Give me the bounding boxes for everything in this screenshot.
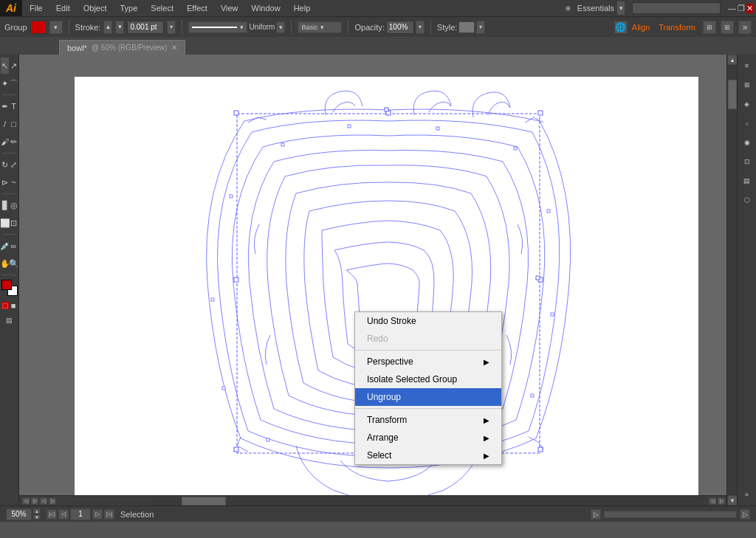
opacity-dropdown[interactable]: ▾	[416, 21, 425, 34]
scroll-down-button[interactable]: ▼	[727, 495, 737, 506]
minimize-button[interactable]: —	[728, 4, 736, 13]
panel-btn-bottom[interactable]: »	[739, 486, 755, 503]
column-graph-tool[interactable]: ▊	[1, 197, 9, 213]
symbol-tool[interactable]: ◎	[10, 197, 18, 213]
paintbrush-tool[interactable]: 🖌	[1, 134, 9, 150]
workspace-icon: ⊞	[563, 2, 574, 14]
restore-button[interactable]: ❐	[738, 4, 745, 13]
pencil-tool[interactable]: ✏	[10, 134, 18, 150]
scroll-thumb-vertical[interactable]	[728, 80, 737, 109]
blend-tool[interactable]: ∞	[10, 238, 18, 254]
zoom-arrows: ▲ ▼	[33, 508, 41, 520]
stroke-up-icon[interactable]: ▲	[103, 21, 112, 34]
panel-btn-4[interactable]: ⬦	[739, 115, 755, 131]
style-swatch[interactable]	[458, 21, 475, 33]
hscroll-thumb[interactable]	[182, 497, 226, 506]
menu-select[interactable]: Select	[145, 2, 179, 14]
status-info-button[interactable]: ▷	[591, 509, 601, 520]
zoom-up-button[interactable]: ▲	[33, 508, 41, 514]
magic-wand-tool[interactable]: ✦	[1, 75, 9, 92]
rect-tool[interactable]: □	[10, 116, 18, 132]
ctx-perspective[interactable]: Perspective ▶	[355, 353, 501, 370]
search-input[interactable]	[632, 2, 721, 14]
first-page-button[interactable]: |◁	[47, 509, 57, 520]
ctx-select[interactable]: Select ▶	[355, 446, 501, 464]
fill-style-select[interactable]: Basic ▾	[298, 21, 342, 33]
opacity-input[interactable]	[386, 21, 414, 34]
fill-swatch[interactable]	[30, 21, 47, 34]
last-page-button[interactable]: ▷|	[104, 509, 114, 520]
fullscreen-view-btn[interactable]: ■	[10, 302, 17, 309]
transform-label[interactable]: Transform	[659, 23, 695, 32]
zoom-input[interactable]	[6, 508, 32, 520]
type-tool[interactable]: T	[10, 98, 18, 114]
selection-tool[interactable]: ↖	[1, 58, 9, 74]
hscroll-right-button[interactable]: ▷	[31, 497, 38, 505]
panel-btn-5[interactable]: ◉	[739, 134, 755, 151]
align-options-icon[interactable]: ⊞	[703, 21, 716, 34]
menu-window[interactable]: Window	[246, 2, 286, 14]
menu-effect[interactable]: Effect	[181, 2, 213, 14]
hscroll-far-right-button[interactable]: ▷	[718, 497, 725, 505]
tab-close-button[interactable]: ✕	[171, 44, 177, 52]
width-tool[interactable]: ⊳	[1, 174, 9, 190]
stroke-input[interactable]	[127, 21, 164, 34]
eyedropper-tool[interactable]: 💉	[1, 238, 9, 254]
status-detail-button[interactable]: ▷	[740, 509, 750, 520]
stroke-down-icon[interactable]: ▼	[115, 21, 124, 34]
align-label[interactable]: Align	[632, 23, 650, 32]
menu-help[interactable]: Help	[288, 2, 317, 14]
direct-selection-tool[interactable]: ↗	[10, 58, 18, 74]
ctx-transform[interactable]: Transform ▶	[355, 411, 501, 429]
next-page-button[interactable]: ▷	[92, 509, 103, 520]
hscroll-left2-button[interactable]: ◁	[40, 497, 47, 505]
page-input[interactable]	[70, 508, 91, 520]
close-button[interactable]: ✕	[746, 4, 753, 13]
menu-object[interactable]: Object	[78, 2, 113, 14]
change-screen-mode[interactable]: ▤	[1, 312, 18, 328]
artboard-tool[interactable]: ⬜	[1, 215, 9, 231]
stroke-style-select[interactable]: ▾	[188, 21, 247, 33]
warp-tool[interactable]: ~	[10, 174, 18, 190]
slice-tool[interactable]: ⊡	[10, 215, 18, 231]
stroke-pt-dropdown[interactable]: ▾	[167, 21, 176, 34]
ctx-isolate-group[interactable]: Isolate Selected Group	[355, 370, 501, 388]
prev-page-button[interactable]: ◁	[58, 509, 69, 520]
panel-btn-2[interactable]: ⊞	[739, 77, 755, 93]
stroke-style-dropdown[interactable]: ▾	[276, 21, 285, 33]
style-dropdown[interactable]: ▾	[476, 21, 485, 34]
menu-edit[interactable]: Edit	[50, 2, 76, 14]
ctx-redo[interactable]: Redo	[355, 330, 501, 348]
zoom-down-button[interactable]: ▼	[33, 514, 41, 520]
zoom-tool[interactable]: 🔍	[10, 255, 18, 272]
ctx-undo-stroke[interactable]: Undo Stroke	[355, 312, 501, 330]
panel-btn-6[interactable]: ⊡	[739, 154, 755, 170]
panel-btn-3[interactable]: ◈	[739, 96, 755, 112]
hscroll-left-button[interactable]: ◁	[22, 497, 30, 505]
normal-view-btn[interactable]: □	[1, 302, 9, 309]
workspace-dropdown-icon[interactable]: ▾	[617, 1, 625, 15]
transform-options-icon[interactable]: ⊞	[721, 21, 734, 34]
panel-btn-8[interactable]: ⬡	[739, 192, 755, 208]
menu-view[interactable]: View	[215, 2, 244, 14]
hscroll-right2-button[interactable]: ▷	[49, 497, 56, 505]
lasso-tool[interactable]: ⌒	[10, 75, 18, 92]
rotate-tool[interactable]: ↻	[1, 156, 9, 173]
hand-tool[interactable]: ✋	[1, 255, 9, 272]
group-icon[interactable]: ▾	[49, 21, 63, 34]
hscroll-far-left-button[interactable]: ◁	[709, 497, 716, 505]
more-options-icon[interactable]: »	[738, 21, 752, 34]
scroll-up-button[interactable]: ▲	[727, 55, 737, 65]
ctx-arrange[interactable]: Arrange ▶	[355, 429, 501, 446]
document-tab[interactable]: bowl* @ 50% (RGB/Preview) ✕	[59, 40, 185, 55]
line-tool[interactable]: /	[1, 116, 9, 132]
scale-tool[interactable]: ⤢	[10, 156, 18, 173]
pen-tool[interactable]: ✒	[1, 98, 9, 114]
ctx-ungroup[interactable]: Ungroup	[355, 388, 501, 406]
panel-btn-7[interactable]: ▤	[739, 173, 755, 189]
color-swatches[interactable]	[1, 280, 18, 296]
menu-type[interactable]: Type	[114, 2, 144, 14]
panel-btn-1[interactable]: ≡	[739, 58, 755, 74]
menu-file[interactable]: File	[24, 2, 49, 14]
globe-icon[interactable]: 🌐	[614, 21, 628, 34]
